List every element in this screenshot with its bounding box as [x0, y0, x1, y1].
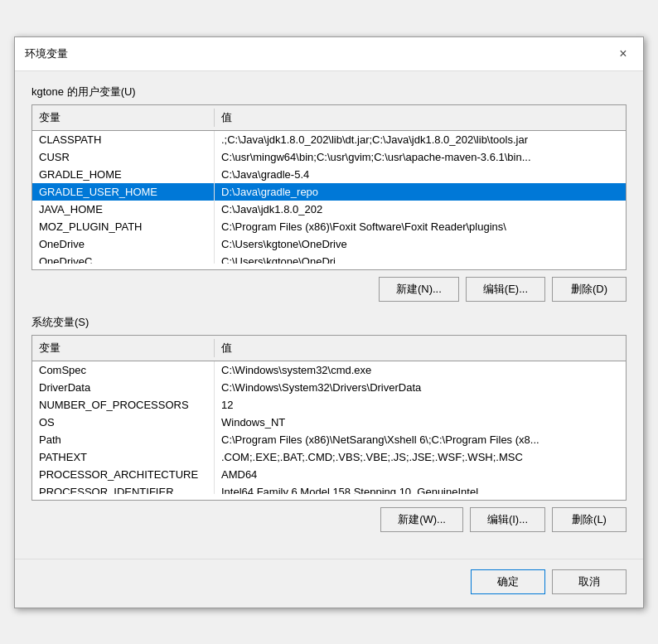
system-section-title: 系统变量(S) — [31, 315, 627, 330]
row-name: PROCESSOR_IDENTIFIER — [32, 483, 215, 494]
user-btn-row: 新建(N)... 编辑(E)... 删除(D) — [31, 277, 627, 302]
row-name: OS — [32, 414, 215, 431]
row-value: .COM;.EXE;.BAT;.CMD;.VBS;.VBE;.JS;.JSE;.… — [215, 448, 626, 466]
user-col-value-header: 值 — [215, 109, 626, 127]
system-new-button[interactable]: 新建(W)... — [380, 507, 463, 532]
row-name: GRADLE_USER_HOME — [32, 183, 215, 201]
system-variables-table: 变量 值 ComSpec C:\Windows\system32\cmd.exe… — [31, 335, 627, 501]
ok-button[interactable]: 确定 — [471, 569, 545, 594]
user-col-name-header: 变量 — [32, 109, 215, 127]
system-variables-section: 系统变量(S) 变量 值 ComSpec C:\Windows\system32… — [31, 315, 627, 532]
table-row[interactable]: OneDriveC... C:\Users\kgtone\OneDri... — [32, 253, 626, 264]
table-row[interactable]: OS Windows_NT — [32, 414, 626, 431]
row-name: CUSR — [32, 148, 215, 166]
row-name: OneDriveC... — [32, 253, 215, 264]
title-bar: 环境变量 × — [15, 37, 643, 71]
user-new-button[interactable]: 新建(N)... — [379, 277, 459, 302]
table-row[interactable]: MOZ_PLUGIN_PATH C:\Program Files (x86)\F… — [32, 218, 626, 235]
row-value: AMD64 — [215, 466, 626, 483]
system-btn-row: 新建(W)... 编辑(I)... 删除(L) — [31, 507, 627, 532]
row-value: C:\Users\kgtone\OneDri... — [215, 253, 626, 264]
table-row[interactable]: DriverData C:\Windows\System32\Drivers\D… — [32, 379, 626, 396]
row-name: OneDrive — [32, 235, 215, 253]
row-name: JAVA_HOME — [32, 201, 215, 218]
cancel-button[interactable]: 取消 — [552, 569, 627, 594]
user-table-header: 变量 值 — [32, 105, 626, 131]
row-name: CLASSPATH — [32, 131, 215, 148]
row-value: C:\Program Files (x86)\Foxit Software\Fo… — [215, 218, 626, 235]
table-row[interactable]: JAVA_HOME C:\Java\jdk1.8.0_202 — [32, 201, 626, 218]
row-name: NUMBER_OF_PROCESSORS — [32, 396, 215, 414]
row-name: GRADLE_HOME — [32, 166, 215, 183]
row-value: 12 — [215, 396, 626, 414]
dialog-title: 环境变量 — [25, 46, 68, 61]
table-row[interactable]: NUMBER_OF_PROCESSORS 12 — [32, 396, 626, 414]
user-table-body: CLASSPATH .;C:\Java\jdk1.8.0_202\lib\dt.… — [32, 131, 626, 264]
row-name: MOZ_PLUGIN_PATH — [32, 218, 215, 235]
row-value: Intel64 Family 6 Model 158 Stepping 10, … — [215, 483, 626, 494]
table-row[interactable]: ComSpec C:\Windows\system32\cmd.exe — [32, 361, 626, 379]
system-edit-button[interactable]: 编辑(I)... — [470, 507, 545, 532]
table-row[interactable]: PROCESSOR_IDENTIFIER Intel64 Family 6 Mo… — [32, 483, 626, 494]
user-edit-button[interactable]: 编辑(E)... — [466, 277, 545, 302]
system-table-body: ComSpec C:\Windows\system32\cmd.exe Driv… — [32, 361, 626, 494]
row-value: C:\Java\jdk1.8.0_202 — [215, 201, 626, 218]
table-row[interactable]: PROCESSOR_ARCHITECTURE AMD64 — [32, 466, 626, 483]
system-table-header: 变量 值 — [32, 336, 626, 361]
row-value: C:\usr\mingw64\bin;C:\usr\gvim;C:\usr\ap… — [215, 148, 626, 166]
table-row[interactable]: OneDrive C:\Users\kgtone\OneDrive — [32, 235, 626, 253]
row-value: C:\Windows\system32\cmd.exe — [215, 361, 626, 379]
system-col-name-header: 变量 — [32, 339, 215, 357]
row-value: C:\Java\gradle-5.4 — [215, 166, 626, 183]
dialog-footer: 确定 取消 — [15, 559, 643, 608]
dialog-body: kgtone 的用户变量(U) 变量 值 CLASSPATH .;C:\Java… — [15, 71, 643, 559]
close-button[interactable]: × — [613, 44, 633, 64]
row-value: D:\Java\gradle_repo — [215, 183, 626, 201]
user-delete-button[interactable]: 删除(D) — [552, 277, 627, 302]
row-value: C:\Program Files (x86)\NetSarang\Xshell … — [215, 431, 626, 448]
user-variables-section: kgtone 的用户变量(U) 变量 值 CLASSPATH .;C:\Java… — [31, 85, 627, 302]
row-name: PROCESSOR_ARCHITECTURE — [32, 466, 215, 483]
row-name: DriverData — [32, 379, 215, 396]
table-row[interactable]: CLASSPATH .;C:\Java\jdk1.8.0_202\lib\dt.… — [32, 131, 626, 148]
row-name: ComSpec — [32, 361, 215, 379]
row-value: Windows_NT — [215, 414, 626, 431]
system-delete-button[interactable]: 删除(L) — [552, 507, 627, 532]
table-row[interactable]: GRADLE_USER_HOME D:\Java\gradle_repo — [32, 183, 626, 201]
table-row[interactable]: GRADLE_HOME C:\Java\gradle-5.4 — [32, 166, 626, 183]
row-value: .;C:\Java\jdk1.8.0_202\lib\dt.jar;C:\Jav… — [215, 131, 626, 148]
table-row[interactable]: CUSR C:\usr\mingw64\bin;C:\usr\gvim;C:\u… — [32, 148, 626, 166]
user-variables-table: 变量 值 CLASSPATH .;C:\Java\jdk1.8.0_202\li… — [31, 104, 627, 270]
table-row[interactable]: PATHEXT .COM;.EXE;.BAT;.CMD;.VBS;.VBE;.J… — [32, 448, 626, 466]
table-row[interactable]: Path C:\Program Files (x86)\NetSarang\Xs… — [32, 431, 626, 448]
row-value: C:\Users\kgtone\OneDrive — [215, 235, 626, 253]
user-section-title: kgtone 的用户变量(U) — [31, 85, 627, 99]
row-name: PATHEXT — [32, 448, 215, 466]
environment-variables-dialog: 环境变量 × kgtone 的用户变量(U) 变量 值 CLASSPATH .;… — [14, 36, 644, 608]
row-name: Path — [32, 431, 215, 448]
row-value: C:\Windows\System32\Drivers\DriverData — [215, 379, 626, 396]
system-col-value-header: 值 — [215, 339, 626, 357]
